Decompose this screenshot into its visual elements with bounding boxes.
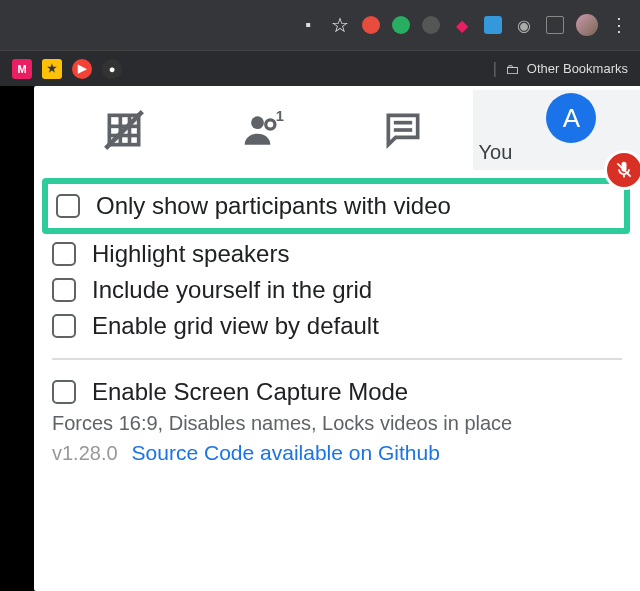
tab-grid[interactable]	[54, 108, 194, 152]
option-only-video[interactable]: Only show participants with video	[56, 190, 616, 222]
option-description: Forces 16:9, Disables names, Locks video…	[52, 412, 622, 435]
option-include-self[interactable]: Include yourself in the grid	[52, 272, 622, 308]
other-bookmarks[interactable]: Other Bookmarks	[527, 61, 628, 76]
you-label: You	[473, 141, 513, 164]
avatar: A	[546, 93, 596, 143]
star-icon[interactable]: ☆	[330, 15, 350, 35]
avatar-letter: A	[563, 103, 580, 134]
svg-point-6	[251, 116, 264, 129]
checkbox[interactable]	[52, 380, 76, 404]
tab-people[interactable]: 1	[194, 108, 334, 152]
bookmark-icon[interactable]: ●	[102, 59, 122, 79]
extension-grid-icon[interactable]	[546, 16, 564, 34]
camera-icon[interactable]: ▪	[298, 15, 318, 35]
extension-panel: 1 A You	[34, 86, 640, 591]
extension-icon[interactable]	[392, 16, 410, 34]
bookmark-icon[interactable]: ▶	[72, 59, 92, 79]
extension-icon[interactable]: ◆	[452, 15, 472, 35]
option-enable-default[interactable]: Enable grid view by default	[52, 308, 622, 344]
content-area: 1 A You	[0, 86, 640, 591]
mic-muted-icon[interactable]	[604, 150, 640, 190]
bookmark-bar: M ★ ▶ ● | 🗀 Other Bookmarks	[0, 50, 640, 86]
extension-icon[interactable]	[422, 16, 440, 34]
bookmark-icon[interactable]: ★	[42, 59, 62, 79]
profile-avatar[interactable]	[576, 14, 598, 36]
option-label: Highlight speakers	[92, 240, 289, 268]
highlighted-option: Only show participants with video	[42, 178, 630, 234]
option-highlight-speakers[interactable]: Highlight speakers	[52, 236, 622, 272]
option-label: Enable grid view by default	[92, 312, 379, 340]
divider	[52, 358, 622, 360]
checkbox[interactable]	[52, 314, 76, 338]
separator: |	[493, 60, 497, 78]
extension-icon[interactable]	[362, 16, 380, 34]
checkbox[interactable]	[56, 194, 80, 218]
extension-icon[interactable]	[484, 16, 502, 34]
meet-tabs: 1 A You	[34, 90, 640, 170]
option-label: Enable Screen Capture Mode	[92, 378, 408, 406]
option-label: Include yourself in the grid	[92, 276, 372, 304]
checkbox[interactable]	[52, 278, 76, 302]
folder-icon: 🗀	[505, 61, 519, 77]
footer: v1.28.0 Source Code available on Github	[34, 435, 640, 477]
menu-icon[interactable]: ⋮	[610, 14, 630, 36]
bookmark-icon[interactable]: M	[12, 59, 32, 79]
options-list: Only show participants with video Highli…	[34, 170, 640, 435]
extension-icon[interactable]: ◉	[514, 15, 534, 35]
svg-text:1: 1	[276, 108, 284, 124]
svg-point-7	[266, 120, 275, 129]
checkbox[interactable]	[52, 242, 76, 266]
option-label: Only show participants with video	[96, 192, 451, 220]
version-label: v1.28.0	[52, 442, 118, 465]
source-link[interactable]: Source Code available on Github	[132, 441, 440, 465]
browser-toolbar: ▪ ☆ ◆ ◉ ⋮	[0, 0, 640, 50]
option-screen-capture[interactable]: Enable Screen Capture Mode	[52, 374, 622, 410]
tab-chat[interactable]	[333, 108, 473, 152]
